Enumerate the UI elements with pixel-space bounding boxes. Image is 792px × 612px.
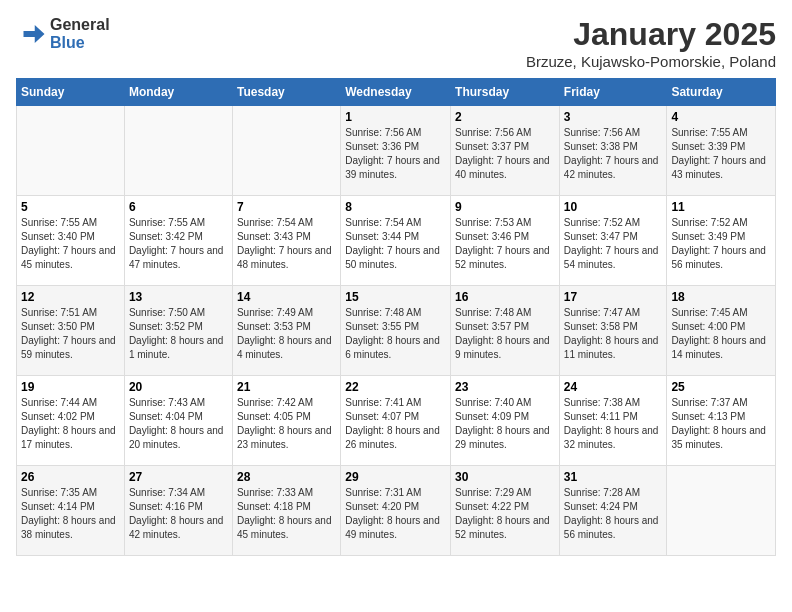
header-wednesday: Wednesday bbox=[341, 79, 451, 106]
calendar-cell bbox=[17, 106, 125, 196]
calendar-cell: 14Sunrise: 7:49 AM Sunset: 3:53 PM Dayli… bbox=[232, 286, 340, 376]
day-number: 9 bbox=[455, 200, 555, 214]
day-number: 30 bbox=[455, 470, 555, 484]
day-number: 21 bbox=[237, 380, 336, 394]
calendar-cell: 24Sunrise: 7:38 AM Sunset: 4:11 PM Dayli… bbox=[559, 376, 667, 466]
calendar-cell: 9Sunrise: 7:53 AM Sunset: 3:46 PM Daylig… bbox=[451, 196, 560, 286]
header-sunday: Sunday bbox=[17, 79, 125, 106]
cell-content: Sunrise: 7:28 AM Sunset: 4:24 PM Dayligh… bbox=[564, 486, 663, 542]
cell-content: Sunrise: 7:54 AM Sunset: 3:43 PM Dayligh… bbox=[237, 216, 336, 272]
calendar-cell: 21Sunrise: 7:42 AM Sunset: 4:05 PM Dayli… bbox=[232, 376, 340, 466]
cell-content: Sunrise: 7:51 AM Sunset: 3:50 PM Dayligh… bbox=[21, 306, 120, 362]
calendar-cell: 2Sunrise: 7:56 AM Sunset: 3:37 PM Daylig… bbox=[451, 106, 560, 196]
calendar-cell: 17Sunrise: 7:47 AM Sunset: 3:58 PM Dayli… bbox=[559, 286, 667, 376]
day-number: 24 bbox=[564, 380, 663, 394]
calendar-cell: 20Sunrise: 7:43 AM Sunset: 4:04 PM Dayli… bbox=[124, 376, 232, 466]
calendar-cell: 12Sunrise: 7:51 AM Sunset: 3:50 PM Dayli… bbox=[17, 286, 125, 376]
header-saturday: Saturday bbox=[667, 79, 776, 106]
cell-content: Sunrise: 7:54 AM Sunset: 3:44 PM Dayligh… bbox=[345, 216, 446, 272]
day-number: 3 bbox=[564, 110, 663, 124]
header-tuesday: Tuesday bbox=[232, 79, 340, 106]
calendar-cell: 31Sunrise: 7:28 AM Sunset: 4:24 PM Dayli… bbox=[559, 466, 667, 556]
calendar-cell: 16Sunrise: 7:48 AM Sunset: 3:57 PM Dayli… bbox=[451, 286, 560, 376]
cell-content: Sunrise: 7:55 AM Sunset: 3:40 PM Dayligh… bbox=[21, 216, 120, 272]
day-number: 23 bbox=[455, 380, 555, 394]
cell-content: Sunrise: 7:38 AM Sunset: 4:11 PM Dayligh… bbox=[564, 396, 663, 452]
logo-general: General bbox=[50, 16, 110, 34]
day-number: 25 bbox=[671, 380, 771, 394]
cell-content: Sunrise: 7:41 AM Sunset: 4:07 PM Dayligh… bbox=[345, 396, 446, 452]
day-number: 7 bbox=[237, 200, 336, 214]
subtitle: Brzuze, Kujawsko-Pomorskie, Poland bbox=[526, 53, 776, 70]
day-number: 2 bbox=[455, 110, 555, 124]
calendar-cell: 27Sunrise: 7:34 AM Sunset: 4:16 PM Dayli… bbox=[124, 466, 232, 556]
day-number: 11 bbox=[671, 200, 771, 214]
day-number: 15 bbox=[345, 290, 446, 304]
cell-content: Sunrise: 7:48 AM Sunset: 3:57 PM Dayligh… bbox=[455, 306, 555, 362]
day-number: 12 bbox=[21, 290, 120, 304]
calendar-cell: 23Sunrise: 7:40 AM Sunset: 4:09 PM Dayli… bbox=[451, 376, 560, 466]
day-number: 6 bbox=[129, 200, 228, 214]
day-number: 16 bbox=[455, 290, 555, 304]
calendar-cell: 11Sunrise: 7:52 AM Sunset: 3:49 PM Dayli… bbox=[667, 196, 776, 286]
cell-content: Sunrise: 7:35 AM Sunset: 4:14 PM Dayligh… bbox=[21, 486, 120, 542]
cell-content: Sunrise: 7:49 AM Sunset: 3:53 PM Dayligh… bbox=[237, 306, 336, 362]
cell-content: Sunrise: 7:44 AM Sunset: 4:02 PM Dayligh… bbox=[21, 396, 120, 452]
calendar-cell: 8Sunrise: 7:54 AM Sunset: 3:44 PM Daylig… bbox=[341, 196, 451, 286]
cell-content: Sunrise: 7:34 AM Sunset: 4:16 PM Dayligh… bbox=[129, 486, 228, 542]
week-row-5: 26Sunrise: 7:35 AM Sunset: 4:14 PM Dayli… bbox=[17, 466, 776, 556]
week-row-2: 5Sunrise: 7:55 AM Sunset: 3:40 PM Daylig… bbox=[17, 196, 776, 286]
week-row-3: 12Sunrise: 7:51 AM Sunset: 3:50 PM Dayli… bbox=[17, 286, 776, 376]
header-monday: Monday bbox=[124, 79, 232, 106]
cell-content: Sunrise: 7:50 AM Sunset: 3:52 PM Dayligh… bbox=[129, 306, 228, 362]
cell-content: Sunrise: 7:56 AM Sunset: 3:37 PM Dayligh… bbox=[455, 126, 555, 182]
cell-content: Sunrise: 7:45 AM Sunset: 4:00 PM Dayligh… bbox=[671, 306, 771, 362]
day-number: 18 bbox=[671, 290, 771, 304]
calendar-cell: 7Sunrise: 7:54 AM Sunset: 3:43 PM Daylig… bbox=[232, 196, 340, 286]
calendar-cell: 28Sunrise: 7:33 AM Sunset: 4:18 PM Dayli… bbox=[232, 466, 340, 556]
calendar-cell bbox=[124, 106, 232, 196]
cell-content: Sunrise: 7:43 AM Sunset: 4:04 PM Dayligh… bbox=[129, 396, 228, 452]
day-number: 4 bbox=[671, 110, 771, 124]
cell-content: Sunrise: 7:33 AM Sunset: 4:18 PM Dayligh… bbox=[237, 486, 336, 542]
cell-content: Sunrise: 7:53 AM Sunset: 3:46 PM Dayligh… bbox=[455, 216, 555, 272]
page-header: General Blue January 2025 Brzuze, Kujaws… bbox=[16, 16, 776, 70]
cell-content: Sunrise: 7:42 AM Sunset: 4:05 PM Dayligh… bbox=[237, 396, 336, 452]
day-number: 5 bbox=[21, 200, 120, 214]
calendar-cell: 18Sunrise: 7:45 AM Sunset: 4:00 PM Dayli… bbox=[667, 286, 776, 376]
main-title: January 2025 bbox=[526, 16, 776, 53]
cell-content: Sunrise: 7:47 AM Sunset: 3:58 PM Dayligh… bbox=[564, 306, 663, 362]
calendar-cell: 22Sunrise: 7:41 AM Sunset: 4:07 PM Dayli… bbox=[341, 376, 451, 466]
calendar-table: SundayMondayTuesdayWednesdayThursdayFrid… bbox=[16, 78, 776, 556]
day-number: 13 bbox=[129, 290, 228, 304]
day-number: 26 bbox=[21, 470, 120, 484]
logo-blue: Blue bbox=[50, 34, 110, 52]
day-number: 29 bbox=[345, 470, 446, 484]
logo: General Blue bbox=[16, 16, 110, 51]
calendar-cell: 10Sunrise: 7:52 AM Sunset: 3:47 PM Dayli… bbox=[559, 196, 667, 286]
day-number: 8 bbox=[345, 200, 446, 214]
day-number: 27 bbox=[129, 470, 228, 484]
calendar-cell bbox=[667, 466, 776, 556]
day-number: 31 bbox=[564, 470, 663, 484]
calendar-cell: 29Sunrise: 7:31 AM Sunset: 4:20 PM Dayli… bbox=[341, 466, 451, 556]
cell-content: Sunrise: 7:37 AM Sunset: 4:13 PM Dayligh… bbox=[671, 396, 771, 452]
cell-content: Sunrise: 7:55 AM Sunset: 3:39 PM Dayligh… bbox=[671, 126, 771, 182]
calendar-cell: 13Sunrise: 7:50 AM Sunset: 3:52 PM Dayli… bbox=[124, 286, 232, 376]
calendar-cell: 1Sunrise: 7:56 AM Sunset: 3:36 PM Daylig… bbox=[341, 106, 451, 196]
day-number: 10 bbox=[564, 200, 663, 214]
calendar-cell: 4Sunrise: 7:55 AM Sunset: 3:39 PM Daylig… bbox=[667, 106, 776, 196]
week-row-4: 19Sunrise: 7:44 AM Sunset: 4:02 PM Dayli… bbox=[17, 376, 776, 466]
header-friday: Friday bbox=[559, 79, 667, 106]
day-number: 1 bbox=[345, 110, 446, 124]
day-number: 19 bbox=[21, 380, 120, 394]
calendar-cell bbox=[232, 106, 340, 196]
title-area: January 2025 Brzuze, Kujawsko-Pomorskie,… bbox=[526, 16, 776, 70]
week-row-1: 1Sunrise: 7:56 AM Sunset: 3:36 PM Daylig… bbox=[17, 106, 776, 196]
calendar-cell: 5Sunrise: 7:55 AM Sunset: 3:40 PM Daylig… bbox=[17, 196, 125, 286]
cell-content: Sunrise: 7:48 AM Sunset: 3:55 PM Dayligh… bbox=[345, 306, 446, 362]
cell-content: Sunrise: 7:29 AM Sunset: 4:22 PM Dayligh… bbox=[455, 486, 555, 542]
cell-content: Sunrise: 7:52 AM Sunset: 3:49 PM Dayligh… bbox=[671, 216, 771, 272]
day-number: 17 bbox=[564, 290, 663, 304]
calendar-cell: 25Sunrise: 7:37 AM Sunset: 4:13 PM Dayli… bbox=[667, 376, 776, 466]
